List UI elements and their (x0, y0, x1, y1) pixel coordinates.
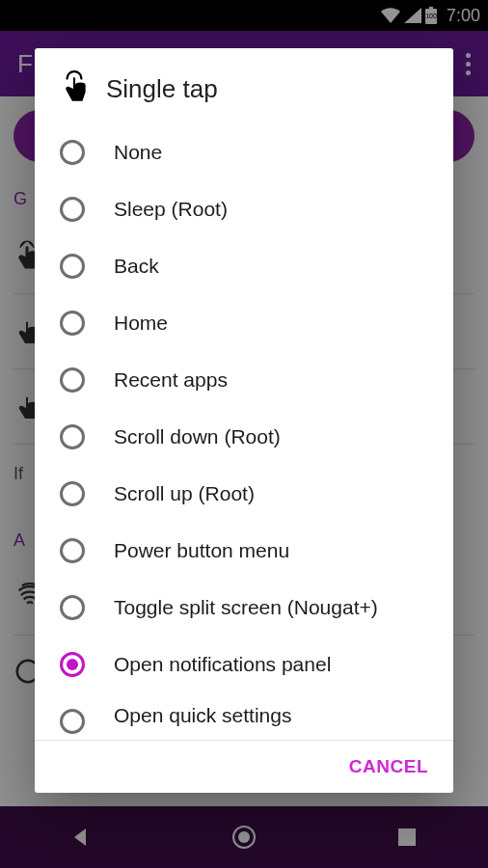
option-scroll-up-root[interactable]: Scroll up (Root) (60, 465, 444, 522)
option-home[interactable]: Home (60, 294, 444, 351)
option-sleep-root[interactable]: Sleep (Root) (60, 180, 444, 237)
option-label: Scroll up (Root) (114, 482, 255, 505)
radio-icon (60, 424, 85, 449)
radio-icon (60, 367, 85, 393)
radio-icon (60, 538, 85, 563)
option-open-quick-settings[interactable]: Open quick settings (60, 692, 444, 740)
dialog-title-row: Single tap (35, 48, 453, 123)
option-label: Power button menu (114, 539, 289, 562)
dialog-option-list[interactable]: None Sleep (Root) Back Home Recent apps … (35, 123, 453, 740)
option-label: Open quick settings (114, 705, 291, 725)
option-label: Back (114, 255, 159, 278)
radio-icon (60, 311, 85, 336)
radio-icon (60, 595, 85, 620)
option-none[interactable]: None (60, 123, 444, 180)
option-label: Recent apps (114, 368, 228, 392)
radio-icon (60, 254, 85, 279)
cancel-button[interactable]: CANCEL (349, 756, 428, 777)
radio-icon (60, 652, 85, 677)
option-label: Sleep (Root) (114, 198, 228, 221)
option-power-button-menu[interactable]: Power button menu (60, 522, 444, 579)
option-scroll-down-root[interactable]: Scroll down (Root) (60, 408, 444, 465)
option-label: Open notifications panel (114, 653, 331, 676)
single-tap-icon (60, 69, 89, 108)
single-tap-dialog: Single tap None Sleep (Root) Back Home R… (35, 48, 453, 793)
option-toggle-split-screen[interactable]: Toggle split screen (Nougat+) (60, 579, 444, 636)
radio-icon (60, 197, 85, 222)
dialog-title: Single tap (106, 74, 218, 104)
option-label: None (114, 141, 162, 164)
option-label: Scroll down (Root) (114, 425, 281, 448)
option-back[interactable]: Back (60, 237, 444, 294)
dialog-actions: CANCEL (35, 740, 453, 793)
radio-icon (60, 709, 85, 734)
option-recent-apps[interactable]: Recent apps (60, 351, 444, 408)
radio-icon (60, 140, 85, 165)
option-label: Home (114, 312, 168, 335)
option-open-notifications-panel[interactable]: Open notifications panel (60, 636, 444, 692)
option-label: Toggle split screen (Nougat+) (114, 596, 378, 619)
radio-icon (60, 481, 85, 506)
